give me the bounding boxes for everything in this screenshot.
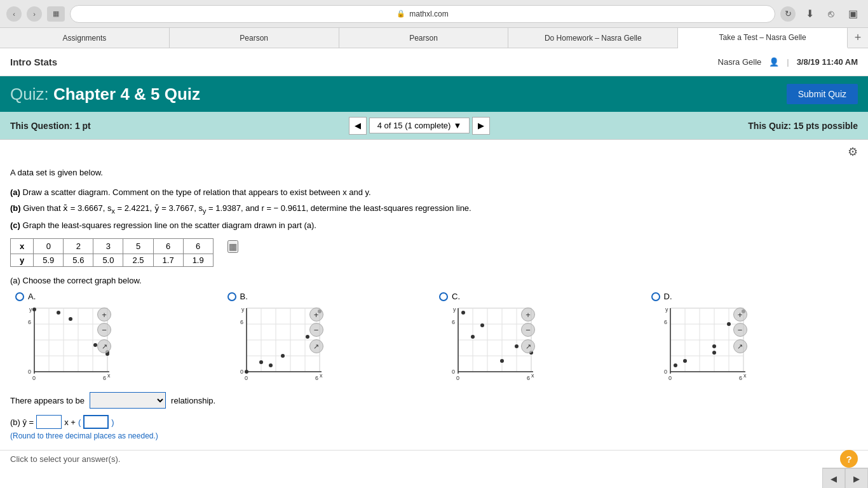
tab-test[interactable]: Take a Test – Nasra Gelle xyxy=(678,28,848,48)
address-bar: 🔒 mathxl.com xyxy=(70,5,775,23)
problem-intro: A data set is given below. xyxy=(10,166,858,180)
svg-text:0: 0 xyxy=(32,375,36,381)
nav-center: ◀ 4 of 15 (1 complete) ▼ ▶ xyxy=(349,117,491,135)
svg-text:x: x xyxy=(320,372,323,379)
question-nav-bar: This Question: 1 pt ◀ 4 of 15 (1 complet… xyxy=(0,112,868,140)
graph-a-zoom-btns: + − ↗ xyxy=(97,308,111,353)
svg-point-18 xyxy=(69,317,72,321)
radio-d[interactable] xyxy=(651,292,660,301)
back-button[interactable]: ‹ xyxy=(6,6,22,22)
graph-canvas-wrapper-a: x y 0 6 6 0 + xyxy=(15,305,114,383)
svg-text:x: x xyxy=(107,372,111,379)
radio-a[interactable] xyxy=(15,292,24,301)
quiz-title-bar: Quiz: Chapter 4 & 5 Quiz Submit Quiz xyxy=(0,76,868,112)
status-bar: Click to select your answer(s). xyxy=(0,450,868,451)
window-button[interactable]: ▣ xyxy=(844,5,862,23)
browser-chrome: ‹ › ▦ 🔒 mathxl.com ↻ ⬇ ⎋ ▣ xyxy=(0,0,868,28)
svg-point-16 xyxy=(32,308,36,311)
submit-quiz-button[interactable]: Submit Quiz xyxy=(787,84,858,104)
x-val-2: 3 xyxy=(93,239,123,254)
option-b-label: B. xyxy=(240,292,248,301)
tab-homework[interactable]: Do Homework – Nasra Gelle xyxy=(508,28,678,48)
radio-b[interactable] xyxy=(227,292,236,301)
graph-option-b: B. x y 0 6 6 xyxy=(222,292,435,383)
zoom-in-b[interactable]: + xyxy=(309,308,323,322)
copy-table-button[interactable]: ▦ xyxy=(227,240,238,253)
next-question-button[interactable]: ▶ xyxy=(472,117,490,135)
svg-text:6: 6 xyxy=(315,375,318,381)
svg-text:6: 6 xyxy=(664,319,667,325)
graph-option-b-header: B. xyxy=(227,292,248,301)
user-name: Nasra Gelle xyxy=(718,57,762,67)
svg-text:6: 6 xyxy=(452,319,455,325)
equation-prefix: (b) ŷ = xyxy=(10,417,34,427)
tab-pearson-1[interactable]: Pearson xyxy=(170,28,339,48)
svg-text:6: 6 xyxy=(103,375,106,381)
settings-area: ⚙ xyxy=(0,140,868,161)
zoom-out-a[interactable]: − xyxy=(97,323,111,337)
zoom-in-a[interactable]: + xyxy=(97,308,111,322)
tab-bar: Assignments Pearson Pearson Do Homework … xyxy=(0,28,868,48)
zoom-out-d[interactable]: − xyxy=(733,323,747,337)
svg-text:6: 6 xyxy=(739,375,742,381)
svg-point-63 xyxy=(515,344,519,348)
zoom-out-b[interactable]: − xyxy=(309,323,323,337)
share-button[interactable]: ⎋ xyxy=(822,5,840,23)
x-val-0: 0 xyxy=(34,239,64,254)
svg-text:0: 0 xyxy=(456,375,459,381)
part-b-label: (b) xyxy=(10,203,21,213)
part-c-text: Graph the least-squares regression line … xyxy=(23,220,316,230)
data-table-wrapper: x 0 2 3 5 6 6 ▦ y 5.9 5.6 5.0 2.5 1.7 1.… xyxy=(10,238,858,267)
data-table: x 0 2 3 5 6 6 ▦ y 5.9 5.6 5.0 2.5 1.7 1.… xyxy=(10,238,248,267)
equation-slope-input[interactable] xyxy=(36,415,62,429)
relationship-select[interactable]: a negative linear a positive linear no a… xyxy=(90,392,166,409)
svg-text:x: x xyxy=(743,372,747,379)
datetime: 3/8/19 11:40 AM xyxy=(797,57,858,67)
svg-text:0: 0 xyxy=(452,369,455,375)
graph-b-zoom-btns: + − ↗ xyxy=(309,308,323,353)
svg-point-40 xyxy=(281,354,285,358)
external-b[interactable]: ↗ xyxy=(309,339,323,353)
svg-text:y: y xyxy=(241,306,245,313)
forward-button[interactable]: › xyxy=(27,6,42,22)
equation-paren-close: ) xyxy=(111,417,114,427)
svg-text:6: 6 xyxy=(240,319,243,325)
external-c[interactable]: ↗ xyxy=(521,339,535,353)
radio-c[interactable] xyxy=(439,292,448,301)
equation-intercept-input[interactable] xyxy=(83,415,109,429)
graph-option-c: C. x y 0 6 6 xyxy=(434,292,646,383)
zoom-in-d[interactable]: + xyxy=(733,308,747,322)
svg-text:x: x xyxy=(531,372,534,379)
prev-question-button[interactable]: ◀ xyxy=(349,117,367,135)
app-header-right: Nasra Gelle 👤 | 3/8/19 11:40 AM xyxy=(718,57,858,67)
add-tab-button[interactable]: + xyxy=(848,28,868,48)
problem-part-b: (b) Given that x̄ = 3.6667, sx = 2.4221,… xyxy=(10,202,858,217)
zoom-out-c[interactable]: − xyxy=(521,323,535,337)
reload-button[interactable]: ↻ xyxy=(780,6,796,22)
dropdown-arrow-icon: ▼ xyxy=(453,121,461,130)
download-button[interactable]: ⬇ xyxy=(801,5,818,23)
svg-point-38 xyxy=(245,370,248,374)
svg-text:6: 6 xyxy=(28,319,31,325)
problem-part-a: (a) Draw a scatter diagram. Comment on t… xyxy=(10,186,858,200)
y-val-4: 1.7 xyxy=(153,254,183,267)
external-d[interactable]: ↗ xyxy=(733,339,747,353)
svg-text:y: y xyxy=(453,306,456,313)
settings-gear-button[interactable]: ⚙ xyxy=(848,145,858,159)
nav-text: 4 of 15 (1 complete) ▼ xyxy=(369,118,470,133)
round-note[interactable]: (Round to three decimal places as needed… xyxy=(10,431,858,440)
graph-canvas-wrapper-d: x y 0 6 6 0 + − ↗ xyxy=(651,305,750,383)
tab-view-button[interactable]: ▦ xyxy=(47,6,65,22)
x-row-label: x xyxy=(11,239,34,254)
zoom-in-c[interactable]: + xyxy=(521,308,535,322)
problem-part-c: (c) Graph the least-squares regression l… xyxy=(10,219,858,233)
question-label: This Question: 1 pt xyxy=(10,121,91,131)
svg-text:y: y xyxy=(29,306,32,313)
graph-c-zoom-btns: + − ↗ xyxy=(521,308,535,353)
user-icon: 👤 xyxy=(769,57,779,67)
tab-pearson-2[interactable]: Pearson xyxy=(339,28,509,48)
quiz-title: Quiz: Chapter 4 & 5 Quiz xyxy=(10,85,200,104)
tab-assignments[interactable]: Assignments xyxy=(0,28,170,48)
external-a[interactable]: ↗ xyxy=(97,339,111,353)
svg-point-83 xyxy=(727,322,731,326)
